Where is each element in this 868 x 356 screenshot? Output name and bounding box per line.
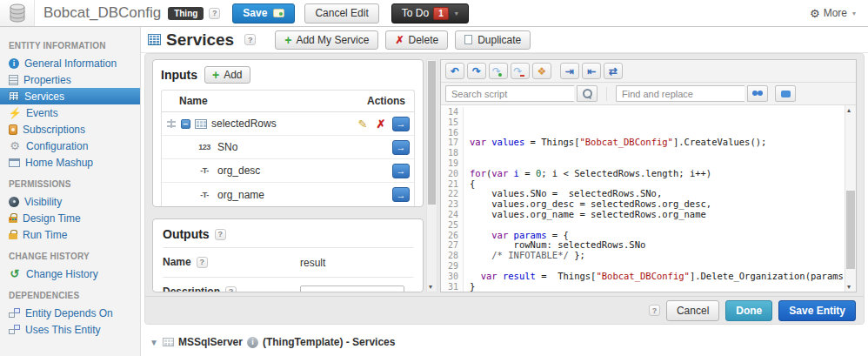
collapse-icon[interactable] xyxy=(181,119,190,129)
breadcrumb-bar: ▼ MSSqlServer i (ThingTemplate) - Servic… xyxy=(141,325,868,348)
sidebar-item-label: Subscriptions xyxy=(23,124,85,136)
info-icon[interactable]: i xyxy=(247,337,258,348)
code-line[interactable]: 31} xyxy=(441,282,856,292)
code-line[interactable]: 15 xyxy=(441,118,856,128)
sidebar-item-general-information[interactable]: General Information xyxy=(0,55,140,71)
outputs-help-icon[interactable]: ? xyxy=(215,229,226,240)
save-button[interactable]: Save xyxy=(232,3,295,24)
infotable-type-icon xyxy=(195,119,207,129)
sidebar-item-properties[interactable]: Properties xyxy=(0,71,140,88)
code-line[interactable]: 18 xyxy=(441,148,856,158)
sidebar-item-label: Properties xyxy=(23,74,71,86)
sidebar-item-uses-this-entity[interactable]: Uses This Entity xyxy=(0,321,140,338)
edit-pencil-icon[interactable]: ✎ xyxy=(356,118,370,131)
add-bookmark-button[interactable] xyxy=(489,63,508,79)
input-parameter-row[interactable]: selectedRows✎✗ xyxy=(162,112,414,136)
scrollbar-thumb[interactable] xyxy=(428,61,436,205)
indent-button[interactable] xyxy=(560,63,579,79)
code-line[interactable]: 24 values.org_name = selectedRows.org_na… xyxy=(441,210,856,220)
code-line[interactable]: 14 xyxy=(441,107,856,118)
code-line[interactable]: 20for(var i = 0; i < SelectedRows.length… xyxy=(441,169,856,179)
duplicate-button[interactable]: Duplicate xyxy=(455,30,531,50)
depends-on-icon xyxy=(9,308,20,318)
todo-button[interactable]: To Do 1 ▾ xyxy=(391,3,469,24)
line-number: 24 xyxy=(441,210,464,220)
go-arrow-button[interactable] xyxy=(392,117,410,131)
toolbar-divider xyxy=(606,87,607,101)
done-button[interactable]: Done xyxy=(725,300,772,321)
output-description-help-icon[interactable]: ? xyxy=(225,286,237,293)
sidebar-item-run-time[interactable]: Run Time xyxy=(0,226,140,243)
find-replace-button[interactable] xyxy=(747,85,768,102)
code-area[interactable]: 14151617var values = Things["Bobcat_DBCo… xyxy=(441,105,856,292)
output-name-help-icon[interactable]: ? xyxy=(197,257,208,268)
workspace-footer: ? Cancel Done Save Entity xyxy=(145,296,864,324)
go-arrow-button[interactable] xyxy=(392,140,410,155)
editor-scrollbar-thumb[interactable] xyxy=(846,191,855,269)
format-button[interactable] xyxy=(532,63,551,79)
add-input-button[interactable]: + Add xyxy=(204,66,250,84)
services-help-icon[interactable]: ? xyxy=(244,34,256,45)
delete-label: Delete xyxy=(408,34,438,46)
breadcrumb-entity[interactable]: MSSqlServer xyxy=(178,336,243,348)
line-number: 14 xyxy=(441,107,464,118)
main-panel: Services ? + Add My Service ✗ Delete Dup… xyxy=(141,27,868,356)
line-number: 30 xyxy=(441,272,464,282)
search-script-input[interactable] xyxy=(445,85,574,102)
subscriptions-icon xyxy=(9,124,17,135)
sidebar-item-change-history[interactable]: Change History xyxy=(0,265,140,282)
line-number: 15 xyxy=(441,118,464,128)
line-number: 17 xyxy=(441,138,464,148)
output-description-label: Description xyxy=(163,285,220,292)
more-menu[interactable]: ⚙ More ▾ xyxy=(810,7,856,20)
sidebar-item-subscriptions[interactable]: Subscriptions xyxy=(0,121,140,138)
todo-count-badge: 1 xyxy=(433,7,449,20)
sidebar-item-entity-depends-on[interactable]: Entity Depends On xyxy=(0,305,140,321)
input-parameter-row[interactable]: -T-org_name xyxy=(162,183,414,206)
line-number: 25 xyxy=(441,220,464,231)
sidebar-item-design-time[interactable]: Design Time xyxy=(0,210,140,226)
delete-x-icon[interactable]: ✗ xyxy=(374,118,388,131)
add-my-service-button[interactable]: + Add My Service xyxy=(275,30,378,50)
sidebar: ENTITY INFORMATIONGeneral InformationPro… xyxy=(0,27,141,356)
sidebar-item-services[interactable]: Services xyxy=(0,88,140,104)
more-label: More xyxy=(824,7,847,19)
input-parameter-row[interactable]: 123SNo xyxy=(162,136,414,159)
services-header: Services ? + Add My Service ✗ Delete Dup… xyxy=(141,27,868,53)
go-arrow-button[interactable] xyxy=(392,164,410,178)
code-text xyxy=(464,148,470,158)
undo-button[interactable] xyxy=(445,63,464,79)
footer-help-icon[interactable]: ? xyxy=(649,305,660,316)
code-line[interactable]: 17var values = Things["Bobcat_DBConfig"]… xyxy=(441,138,856,148)
parameters-scrollbar[interactable] xyxy=(426,59,437,292)
editor-scrollbar[interactable] xyxy=(845,105,856,292)
entity-help-icon[interactable]: ? xyxy=(209,8,220,19)
input-parameter-row[interactable]: -T-org_desc xyxy=(162,159,414,183)
cancel-button[interactable]: Cancel xyxy=(666,300,719,321)
find-replace-input[interactable] xyxy=(616,85,744,102)
parameter-name: SNo xyxy=(217,141,237,153)
code-line[interactable]: 30 var result = Things["Bobcat_DBConfig"… xyxy=(441,272,856,282)
redo-button[interactable] xyxy=(467,63,486,79)
database-icon xyxy=(9,3,26,23)
sidebar-item-label: Uses This Entity xyxy=(25,324,100,336)
sidebar-item-configuration[interactable]: Configuration xyxy=(0,138,140,154)
cancel-edit-button[interactable]: Cancel Edit xyxy=(304,3,378,24)
save-entity-button[interactable]: Save Entity xyxy=(778,300,856,321)
remove-bookmark-button[interactable] xyxy=(511,63,530,79)
search-script-button[interactable] xyxy=(577,85,598,102)
go-arrow-button[interactable] xyxy=(392,187,410,202)
sidebar-item-events[interactable]: Events xyxy=(0,104,140,121)
entity-type-badge: Thing xyxy=(168,7,204,20)
code-line[interactable]: 28 /* INFOTABLE*/ }; xyxy=(441,251,856,261)
outdent-button[interactable] xyxy=(582,63,601,79)
sidebar-item-home-mashup[interactable]: Home Mashup xyxy=(0,154,140,171)
output-description-field[interactable] xyxy=(300,285,404,292)
uses-entity-icon xyxy=(9,325,20,334)
replace-toggle-button[interactable] xyxy=(775,85,796,102)
reformat-button[interactable] xyxy=(604,63,623,79)
sidebar-item-visibility[interactable]: Visibility xyxy=(0,193,140,210)
collapse-triangle-icon[interactable]: ▼ xyxy=(150,338,158,347)
editor-toolbar xyxy=(441,60,856,83)
delete-button[interactable]: ✗ Delete xyxy=(385,30,448,50)
